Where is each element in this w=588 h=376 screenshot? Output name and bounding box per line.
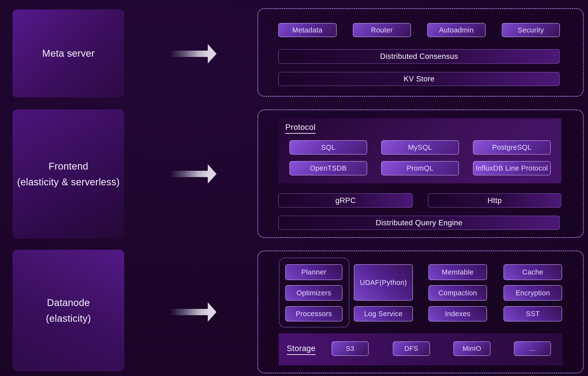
mysql-node: MySQL xyxy=(381,140,459,155)
router-node: Router xyxy=(353,23,411,37)
kv-store-node: KV Store xyxy=(278,72,560,86)
cache-node: Cache xyxy=(504,264,562,280)
metadata-node: Metadata xyxy=(278,23,337,37)
storage-panel: Storage S3 DFS MinIO ... xyxy=(279,333,563,365)
arrow-shaft xyxy=(170,171,208,177)
protocol-panel: Protocol SQL MySQL PostgreSQL OpenTSDB P… xyxy=(278,118,561,183)
grpc-node: gRPC xyxy=(278,193,413,208)
datanode-section: Planner Optimizers Processors UDAF(Pytho… xyxy=(257,250,584,373)
planner-node: Planner xyxy=(285,264,342,280)
minio-node: MinIO xyxy=(453,341,490,356)
datanode-label-line1: Datanode xyxy=(47,295,90,311)
distributed-consensus-node: Distributed Consensus xyxy=(278,49,560,64)
dfs-node: DFS xyxy=(393,341,430,356)
s3-node: S3 xyxy=(332,341,368,356)
distributed-query-engine-node: Distributed Query Engine xyxy=(278,216,560,230)
frontend-label-line2: (elasticity & serverless) xyxy=(17,174,120,190)
datanode-box: Datanode (elasticity) xyxy=(13,250,124,371)
architecture-diagram: Meta server Frontend (elasticity & serve… xyxy=(0,0,588,376)
meta-server-box: Meta server xyxy=(13,10,124,97)
autoadmin-node: Autoadmin xyxy=(427,23,485,37)
memtable-node: Memtable xyxy=(428,264,487,280)
sql-node: SQL xyxy=(289,140,367,155)
compaction-node: Compaction xyxy=(428,285,487,301)
protocol-title: Protocol xyxy=(285,123,315,134)
datanode-label-line2: (elasticity) xyxy=(46,311,91,326)
arrow-head xyxy=(208,44,217,64)
protocol-grid: SQL MySQL PostgreSQL OpenTSDB PromQL Inf… xyxy=(289,140,551,175)
storage-title: Storage xyxy=(287,344,315,355)
arrow-icon-frontend xyxy=(170,164,217,184)
influxdb-line-protocol-node: InfluxDB Line Protocol xyxy=(473,161,551,175)
meta-server-section: Metadata Router Autoadmin Security Distr… xyxy=(257,8,584,97)
frontend-box: Frontend (elasticity & serverless) xyxy=(13,109,124,239)
processors-node: Processors xyxy=(285,306,342,322)
indexes-node: Indexes xyxy=(428,306,487,322)
arrow-head xyxy=(208,164,217,184)
frontend-section: Protocol SQL MySQL PostgreSQL OpenTSDB P… xyxy=(257,109,584,238)
http-node: Http xyxy=(428,193,561,208)
protocol-row-1: SQL MySQL PostgreSQL xyxy=(289,140,551,155)
postgresql-node: PostgreSQL xyxy=(473,140,551,155)
arrow-icon-datanode xyxy=(170,302,217,322)
sst-node: SST xyxy=(504,306,562,322)
optimizers-node: Optimizers xyxy=(285,285,342,301)
arrow-icon-meta xyxy=(170,44,217,64)
promql-node: PromQL xyxy=(381,161,459,175)
arrow-shaft xyxy=(170,51,208,57)
udaf-python-node: UDAF(Python) xyxy=(354,264,413,301)
protocol-row-2: OpenTSDB PromQL InfluxDB Line Protocol xyxy=(289,161,551,175)
log-service-node: Log Service xyxy=(354,306,413,322)
security-node: Security xyxy=(502,23,560,37)
arrow-head xyxy=(208,302,217,322)
frontend-label-line1: Frontend xyxy=(48,159,88,174)
meta-server-label: Meta server xyxy=(42,45,95,61)
more-storage-node: ... xyxy=(514,341,551,356)
meta-server-button-row: Metadata Router Autoadmin Security xyxy=(278,23,560,37)
encryption-node: Encryption xyxy=(504,285,562,301)
opentsdb-node: OpenTSDB xyxy=(289,161,367,175)
arrow-shaft xyxy=(170,309,208,315)
